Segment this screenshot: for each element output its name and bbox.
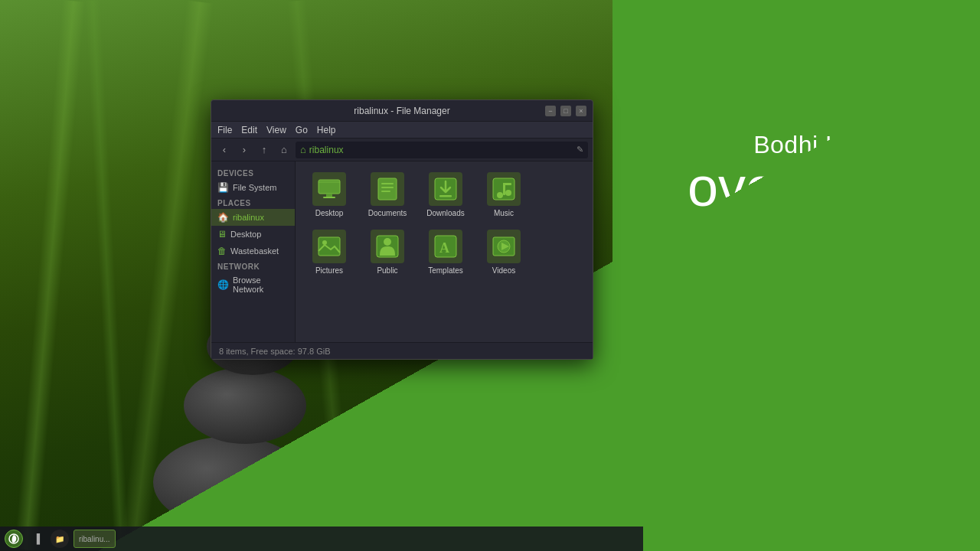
public-file-label: Public: [377, 266, 397, 275]
videos-file-label: Videos: [492, 266, 515, 275]
statusbar: 8 items, Free space: 97.8 GiB: [211, 342, 593, 359]
svg-rect-5: [323, 197, 335, 198]
templates-file-label: Templates: [428, 266, 463, 275]
address-home-icon: ⌂: [300, 144, 306, 155]
network-header: NETWORK: [211, 259, 295, 272]
sidebar-item-network[interactable]: 🌐 Browse Network: [211, 272, 295, 297]
stone-bottom: [153, 436, 306, 528]
up-button[interactable]: ↑: [256, 142, 273, 158]
stone-middle: [184, 367, 306, 444]
menu-view[interactable]: View: [266, 125, 286, 135]
svg-rect-9: [381, 191, 390, 192]
titlebar: ribalinux - File Manager − □ ×: [211, 100, 593, 122]
pictures-file-label: Pictures: [315, 266, 343, 275]
file-item-templates[interactable]: A Templates: [420, 227, 472, 278]
downloads-file-label: Downloads: [426, 209, 464, 217]
filesystem-icon: 💾: [217, 182, 229, 193]
distro-title: Bodhi Linux 6.0.0: [753, 131, 949, 159]
svg-rect-16: [503, 183, 511, 185]
back-button[interactable]: ‹: [216, 142, 233, 158]
menu-go[interactable]: Go: [296, 125, 308, 135]
sidebar-item-desktop[interactable]: 🖥 Desktop: [211, 226, 295, 243]
sidebar-item-wastebasket[interactable]: 🗑 Wastebasket: [211, 243, 295, 259]
network-icon: 🌐: [217, 279, 229, 290]
svg-rect-8: [381, 187, 394, 188]
bodh-watermark: bodh: [291, 426, 453, 505]
address-bar[interactable]: ⌂ ribalinux ✎: [296, 142, 588, 158]
music-file-label: Music: [494, 209, 514, 217]
svg-point-20: [384, 238, 391, 246]
bodhi-logo: [712, 253, 880, 421]
file-item-videos[interactable]: Videos: [478, 227, 530, 278]
documents-icon: [371, 172, 404, 206]
forward-button[interactable]: ›: [236, 142, 253, 158]
address-edit-button[interactable]: ✎: [577, 145, 583, 155]
taskbar-app-button[interactable]: ribalinu...: [74, 530, 116, 548]
templates-icon: A: [429, 230, 462, 263]
status-text: 8 items, Free space: 97.8 GiB: [219, 347, 331, 356]
toolbar: ‹ › ↑ ⌂ ⌂ ribalinux ✎: [211, 139, 593, 161]
svg-text:A: A: [439, 240, 449, 256]
file-item-desktop[interactable]: Desktop: [303, 169, 355, 220]
desktop-sidebar-icon: 🖥: [217, 229, 227, 240]
wastebasket-icon: 🗑: [217, 246, 227, 256]
videos-icon: [487, 230, 521, 263]
minimize-button[interactable]: −: [545, 106, 556, 116]
file-item-public[interactable]: Public: [361, 227, 413, 278]
sidebar: DEVICES 💾 File System PLACES 🏠 ribalinux…: [211, 161, 296, 342]
file-manager-window: ribalinux - File Manager − □ × File Edit…: [211, 99, 593, 360]
desktop-file-label: Desktop: [315, 209, 344, 217]
maximize-button[interactable]: □: [560, 106, 571, 116]
downloads-icon: [429, 172, 462, 206]
menubar: File Edit View Go Help: [211, 122, 593, 139]
sidebar-item-ribalinux[interactable]: 🏠 ribalinux: [211, 209, 295, 226]
file-grid: Desktop Documents: [296, 161, 593, 342]
ribalinux-label: ribalinux: [233, 213, 264, 222]
file-item-pictures[interactable]: Pictures: [303, 227, 355, 278]
documents-file-label: Documents: [368, 209, 407, 217]
home-folder-icon: 🏠: [217, 212, 229, 223]
menu-help[interactable]: Help: [317, 125, 336, 135]
devices-header: DEVICES: [211, 166, 295, 179]
taskbar-browser-icon[interactable]: 📁: [51, 530, 69, 548]
svg-point-13: [497, 192, 503, 198]
music-icon: [487, 172, 521, 206]
window-title: ribalinux - File Manager: [354, 106, 449, 116]
file-item-documents[interactable]: Documents: [361, 169, 413, 220]
main-content: DEVICES 💾 File System PLACES 🏠 ribalinux…: [211, 161, 593, 342]
public-icon: [371, 230, 404, 263]
svg-rect-17: [318, 237, 340, 256]
wastebasket-label: Wastebasket: [230, 246, 279, 256]
taskbar: ▐ 📁 ribalinu...: [0, 527, 643, 551]
desktop-sidebar-label: Desktop: [230, 230, 261, 239]
svg-rect-6: [378, 178, 397, 200]
file-item-downloads[interactable]: Downloads: [420, 169, 472, 220]
home-button[interactable]: ⌂: [276, 142, 292, 158]
svg-rect-11: [439, 195, 452, 197]
overview-subtitle: overview: [688, 159, 905, 214]
places-header: PLACES: [211, 196, 295, 209]
file-item-music[interactable]: Music: [478, 169, 530, 220]
address-text: ribalinux: [309, 145, 344, 155]
pictures-icon: [312, 230, 346, 263]
svg-point-14: [505, 190, 511, 196]
close-button[interactable]: ×: [576, 106, 586, 116]
right-panel: Bodhi Linux 6.0.0 overview: [612, 0, 980, 551]
svg-rect-3: [318, 181, 340, 183]
sidebar-item-filesystem[interactable]: 💾 File System: [211, 179, 295, 196]
taskbar-terminal-icon[interactable]: ▐: [28, 530, 46, 548]
window-controls: − □ ×: [545, 106, 586, 116]
svg-rect-7: [381, 183, 394, 184]
network-label: Browse Network: [233, 276, 289, 294]
filesystem-label: File System: [233, 183, 276, 192]
menu-edit[interactable]: Edit: [241, 125, 257, 135]
svg-rect-4: [326, 194, 332, 197]
taskbar-logo-icon[interactable]: [5, 530, 23, 548]
menu-file[interactable]: File: [217, 125, 232, 135]
desktop-icon: [312, 172, 346, 206]
